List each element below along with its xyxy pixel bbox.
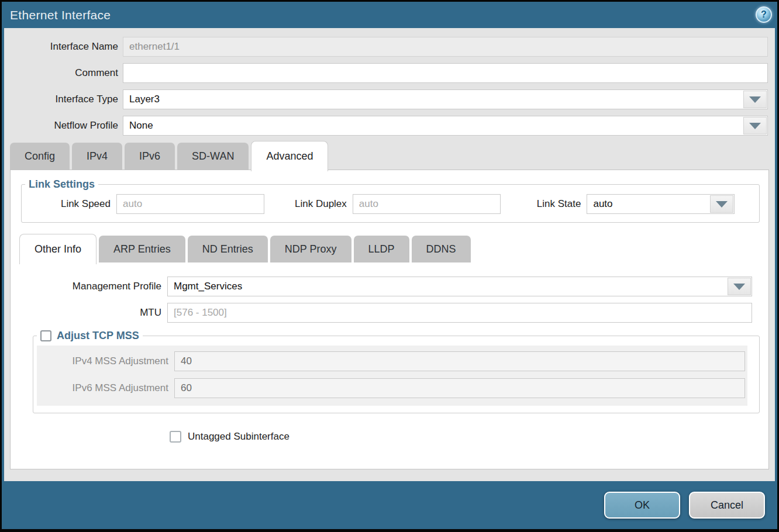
link-duplex-label: Link Duplex [295, 198, 347, 210]
ipv6-mss-row: IPv6 MSS Adjustment [37, 378, 747, 398]
tab-config[interactable]: Config [10, 143, 70, 170]
netflow-profile-row: Netflow Profile None [4, 116, 775, 136]
link-duplex-input[interactable] [353, 194, 501, 214]
tab-arp-entries[interactable]: ARP Entries [99, 236, 185, 262]
ipv6-mss-input [174, 378, 745, 398]
interface-type-row: Interface Type Layer3 [4, 89, 775, 109]
chevron-down-icon [733, 284, 745, 290]
cancel-button[interactable]: Cancel [689, 492, 765, 519]
mtu-label: MTU [11, 307, 161, 319]
sub-tab-bar: Other Info ARP Entries ND Entries NDP Pr… [19, 235, 768, 262]
interface-type-dropdown-button[interactable] [743, 91, 767, 108]
netflow-profile-label: Netflow Profile [4, 120, 118, 132]
management-profile-value: Mgmt_Services [168, 281, 242, 292]
comment-row: Comment [4, 63, 775, 83]
ipv6-mss-label: IPv6 MSS Adjustment [37, 382, 168, 394]
interface-name-label: Interface Name [4, 41, 118, 53]
management-profile-label: Management Profile [11, 281, 161, 292]
chevron-down-icon [749, 123, 761, 129]
ok-button[interactable]: OK [604, 492, 680, 519]
mtu-input[interactable] [167, 303, 752, 323]
management-profile-dropdown-button[interactable] [728, 278, 751, 295]
netflow-profile-select[interactable]: None [123, 116, 768, 136]
link-settings-group: Link Settings Link Speed Link Duplex Lin… [21, 178, 760, 223]
tab-nd-entries[interactable]: ND Entries [188, 236, 268, 262]
tab-other-info[interactable]: Other Info [19, 234, 96, 264]
link-state-value: auto [587, 198, 612, 210]
tab-ddns[interactable]: DDNS [412, 236, 471, 262]
main-tab-bar: Config IPv4 IPv6 SD-WAN Advanced [10, 142, 775, 170]
ipv4-mss-input [174, 351, 745, 371]
dialog-title: Ethernet Interface [2, 8, 111, 22]
tab-lldp[interactable]: LLDP [354, 236, 409, 262]
interface-type-select[interactable]: Layer3 [123, 89, 768, 109]
comment-label: Comment [4, 67, 118, 79]
untagged-subinterface-row: Untagged Subinterface [170, 431, 768, 443]
chevron-down-icon [716, 201, 728, 208]
comment-input[interactable] [123, 63, 768, 83]
dialog-titlebar: Ethernet Interface ? [2, 2, 777, 28]
advanced-tab-panel: Link Settings Link Speed Link Duplex Lin… [10, 170, 769, 469]
chevron-down-icon [749, 96, 761, 103]
adjust-tcp-mss-group: Adjust TCP MSS IPv4 MSS Adjustment IPv6 … [33, 330, 760, 413]
interface-type-value: Layer3 [123, 94, 160, 105]
tab-ipv6[interactable]: IPv6 [125, 143, 175, 170]
interface-type-label: Interface Type [4, 94, 118, 105]
ipv4-mss-row: IPv4 MSS Adjustment [37, 351, 747, 371]
interface-name-input [123, 37, 768, 57]
link-state-dropdown-button[interactable] [710, 195, 733, 213]
management-profile-select[interactable]: Mgmt_Services [167, 277, 752, 296]
untagged-subinterface-label: Untagged Subinterface [188, 431, 289, 443]
adjust-tcp-mss-checkbox[interactable] [40, 330, 51, 341]
tab-advanced[interactable]: Advanced [251, 141, 328, 171]
help-icon[interactable]: ? [756, 6, 772, 23]
interface-name-row: Interface Name [4, 37, 775, 57]
link-state-label: Link State [537, 198, 581, 210]
netflow-profile-dropdown-button[interactable] [743, 117, 767, 134]
mtu-row: MTU [11, 303, 768, 323]
tab-ndp-proxy[interactable]: NDP Proxy [270, 236, 351, 262]
dialog-footer: OK Cancel [2, 481, 777, 529]
link-state-select[interactable]: auto [587, 194, 735, 214]
link-speed-label: Link Speed [22, 198, 111, 210]
untagged-subinterface-checkbox[interactable] [170, 431, 181, 443]
link-speed-input[interactable] [116, 194, 264, 214]
netflow-profile-value: None [123, 120, 153, 132]
mss-disabled-panel: IPv4 MSS Adjustment IPv6 MSS Adjustment [37, 346, 747, 406]
ipv4-mss-label: IPv4 MSS Adjustment [37, 355, 168, 367]
link-settings-legend: Link Settings [25, 178, 98, 191]
adjust-tcp-mss-legend: Adjust TCP MSS [57, 330, 139, 342]
dialog-body: Interface Name Comment Interface Type La… [4, 28, 775, 481]
tab-ipv4[interactable]: IPv4 [72, 143, 122, 170]
tab-sd-wan[interactable]: SD-WAN [177, 143, 249, 170]
management-profile-row: Management Profile Mgmt_Services [11, 277, 768, 296]
ethernet-interface-dialog: Ethernet Interface ? Interface Name Comm… [0, 0, 779, 532]
